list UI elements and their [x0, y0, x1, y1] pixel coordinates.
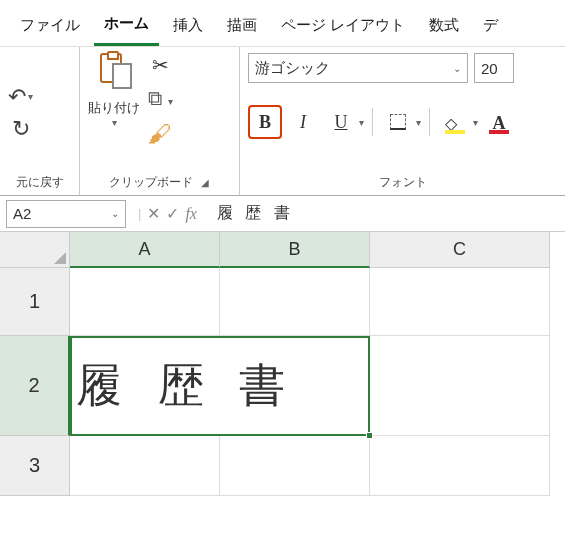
- group-font: 游ゴシック ⌄ 20 B I U ▾ ▾: [240, 47, 565, 195]
- row-header-1[interactable]: 1: [0, 268, 70, 336]
- scissors-icon: ✂: [152, 54, 169, 76]
- borders-button[interactable]: [381, 105, 415, 139]
- column-header-a[interactable]: A: [70, 232, 220, 268]
- paste-button[interactable]: 貼り付け ▾: [88, 53, 140, 128]
- separator: [429, 108, 430, 136]
- group-font-label: フォント: [379, 174, 427, 191]
- font-name-select[interactable]: 游ゴシック ⌄: [248, 53, 468, 83]
- cell-c3[interactable]: [370, 436, 550, 496]
- group-undo: ↶ ▾ ↻ 元に戻す: [0, 47, 80, 195]
- tab-page-layout[interactable]: ページ レイアウト: [271, 10, 415, 45]
- name-box-value: A2: [13, 205, 31, 222]
- column-header-c[interactable]: C: [370, 232, 550, 268]
- worksheet: A B C 1 2 履 歴 書 3: [0, 232, 565, 496]
- fill-handle[interactable]: [366, 432, 373, 439]
- separator: |: [138, 206, 141, 221]
- tab-draw[interactable]: 描画: [217, 10, 267, 45]
- bold-button[interactable]: B: [248, 105, 282, 139]
- chevron-down-icon[interactable]: ▾: [416, 117, 421, 128]
- tab-insert[interactable]: 挿入: [163, 10, 213, 45]
- select-all-corner[interactable]: [0, 232, 70, 268]
- chevron-down-icon[interactable]: ▾: [359, 117, 364, 128]
- copy-icon: ⧉: [148, 87, 162, 109]
- cancel-formula-button[interactable]: ✕: [147, 204, 160, 223]
- clipboard-launcher[interactable]: ◢: [199, 177, 211, 188]
- cell-a1[interactable]: [70, 268, 220, 336]
- row-header-3[interactable]: 3: [0, 436, 70, 496]
- ribbon-tabs: ファイル ホーム 挿入 描画 ページ レイアウト 数式 デ: [0, 0, 565, 46]
- chevron-down-icon[interactable]: ⌄: [111, 208, 119, 219]
- copy-button[interactable]: ⧉ ▾: [148, 87, 173, 110]
- selected-cell-a2[interactable]: 履 歴 書: [70, 336, 370, 436]
- border-icon: [390, 114, 406, 130]
- group-undo-label: 元に戻す: [8, 172, 71, 191]
- font-size-select[interactable]: 20: [474, 53, 514, 83]
- row-header-2[interactable]: 2: [0, 336, 70, 436]
- column-header-b[interactable]: B: [220, 232, 370, 268]
- cell-b1[interactable]: [220, 268, 370, 336]
- group-clipboard: 貼り付け ▾ ✂ ⧉ ▾ 🖌 クリップボード ◢: [80, 47, 240, 195]
- font-name-value: 游ゴシック: [255, 59, 330, 78]
- format-painter-button[interactable]: 🖌: [148, 120, 173, 148]
- underline-button[interactable]: U: [324, 105, 358, 139]
- font-color-button[interactable]: A: [482, 105, 516, 139]
- chevron-down-icon[interactable]: ▾: [168, 96, 173, 107]
- formula-value[interactable]: 履 歴 書: [203, 203, 294, 224]
- undo-button[interactable]: ↶ ▾: [8, 84, 33, 110]
- cell-a3[interactable]: [70, 436, 220, 496]
- formula-bar: A2 ⌄ | ✕ ✓ fx 履 歴 書: [0, 196, 565, 232]
- cell-b3[interactable]: [220, 436, 370, 496]
- paste-icon: [94, 53, 134, 95]
- chevron-down-icon[interactable]: ▾: [473, 117, 478, 128]
- ribbon: ↶ ▾ ↻ 元に戻す 貼り付け ▾ ✂: [0, 46, 565, 196]
- name-box[interactable]: A2 ⌄: [6, 200, 126, 228]
- fill-color-button[interactable]: ◇: [438, 105, 472, 139]
- tab-data[interactable]: デ: [473, 10, 508, 45]
- font-size-value: 20: [481, 60, 498, 77]
- cell-c2[interactable]: [370, 336, 550, 436]
- redo-icon: ↻: [12, 116, 30, 142]
- italic-button[interactable]: I: [286, 105, 320, 139]
- brush-icon: 🖌: [148, 120, 172, 147]
- paste-label: 貼り付け: [88, 99, 140, 117]
- font-color-icon: A: [489, 113, 509, 131]
- undo-icon: ↶: [8, 84, 26, 110]
- cell-c1[interactable]: [370, 268, 550, 336]
- fill-icon: ◇: [445, 113, 465, 131]
- separator: [372, 108, 373, 136]
- chevron-down-icon[interactable]: ▾: [112, 117, 117, 128]
- chevron-down-icon[interactable]: ⌄: [453, 63, 461, 74]
- tab-home[interactable]: ホーム: [94, 8, 159, 46]
- tab-formulas[interactable]: 数式: [419, 10, 469, 45]
- cut-button[interactable]: ✂: [148, 53, 173, 77]
- cell-a2-value: 履 歴 書: [76, 355, 297, 417]
- tab-file[interactable]: ファイル: [10, 10, 90, 45]
- enter-formula-button[interactable]: ✓: [166, 204, 179, 223]
- group-clipboard-label: クリップボード: [109, 174, 193, 191]
- fx-button[interactable]: fx: [185, 205, 197, 223]
- redo-button[interactable]: ↻: [12, 116, 30, 142]
- chevron-down-icon[interactable]: ▾: [28, 91, 33, 102]
